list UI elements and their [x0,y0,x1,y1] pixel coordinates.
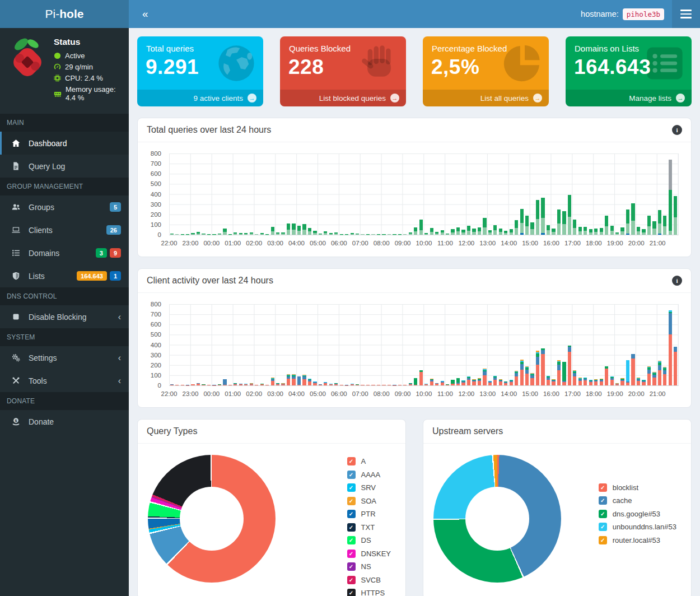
sidebar-item-lists[interactable]: Lists164.6431 [0,264,129,287]
bar-slot [244,304,249,385]
bar-slot [461,153,466,235]
bar-slot [169,153,174,235]
legend-checkbox[interactable]: ✓ [599,536,607,544]
stat-card-footer-link[interactable]: List blocked queries→ [280,90,406,106]
legend-checkbox[interactable]: ✓ [347,536,356,544]
info-icon[interactable]: i [672,276,682,286]
legend-item[interactable]: ✓blocklist [599,481,676,494]
bar-slot [652,304,657,385]
bar-slot [631,304,636,385]
bar-slot [328,153,333,235]
legend-item[interactable]: ✓TXT [347,521,391,534]
bar-slot [434,304,439,385]
sidebar-item-label: Dashboard [29,139,67,148]
legend-label: TXT [361,523,375,532]
bar-slot [503,304,508,385]
legend-checkbox[interactable]: ✓ [599,496,607,505]
bar-slot [540,153,545,235]
stat-card-footer-link[interactable]: 9 active clients→ [137,90,263,106]
legend-item[interactable]: ✓dns.google#53 [599,507,676,520]
legend-item[interactable]: ✓SVCB [347,574,391,587]
hamburger-menu-icon[interactable] [672,0,700,28]
bar-slot [344,304,349,385]
sidebar-item-dashboard[interactable]: Dashboard [0,132,129,155]
bar-slot [641,153,646,235]
legend-item[interactable]: ✓A [347,455,391,468]
bar-slot [365,153,370,235]
bar-slot [450,153,455,235]
legend-item[interactable]: ✓PTR [347,507,391,521]
raspberry-logo [7,36,48,105]
legend-item[interactable]: ✓DS [347,534,391,547]
bar-slot [286,304,291,385]
bar-slot [524,153,529,235]
badge: 5 [110,202,121,212]
arrow-circle-right-icon: → [248,94,256,103]
bar-slot [397,153,402,235]
sidebar-section-header: MAIN [0,114,129,132]
sidebar-item-query-log[interactable]: Query Log [0,155,129,178]
legend-checkbox[interactable]: ✓ [347,550,356,558]
sidebar-item-groups[interactable]: Groups5 [0,195,129,218]
legend-checkbox[interactable]: ✓ [347,523,356,532]
bar-slot [180,304,185,385]
legend-item[interactable]: ✓AAAA [347,468,391,482]
sidebar-item-tools[interactable]: Tools‹ [0,369,129,392]
legend-checkbox[interactable]: ✓ [347,510,356,518]
sidebar-item-domains[interactable]: Domains39 [0,241,129,264]
y-axis-tick: 800 [151,150,161,157]
legend-item[interactable]: ✓HTTPS [347,586,391,596]
top-navbar: Pi-hole « hostname: pihole3b [0,0,700,28]
bar-slot [302,304,307,385]
sidebar-item-disable-blocking[interactable]: Disable Blocking‹ [0,305,129,328]
bar-slot [477,304,482,385]
legend-checkbox[interactable]: ✓ [599,483,607,492]
legend-item[interactable]: ✓SRV [347,481,391,495]
legend-checkbox[interactable]: ✓ [347,471,356,479]
bar-slot [604,304,609,385]
legend-label: DS [361,536,371,544]
sidebar-item-donate[interactable]: $Donate [0,410,129,433]
legend-label: unbounddns.lan#53 [613,523,676,531]
pihole-logo[interactable]: Pi-hole [0,0,129,28]
legend-checkbox[interactable]: ✓ [347,562,356,571]
status-title: Status [54,37,123,47]
legend-checkbox[interactable]: ✓ [347,497,356,505]
info-icon[interactable]: i [672,125,682,135]
legend-item[interactable]: ✓router.local#53 [599,533,676,547]
legend-checkbox[interactable]: ✓ [599,523,607,531]
bar-slot [445,153,450,235]
legend-checkbox[interactable]: ✓ [599,510,607,518]
legend-label: AAAA [361,471,381,479]
x-axis-tick: 08:00 [374,240,390,246]
sidebar-item-clients[interactable]: Clients26 [0,218,129,241]
bar-slot [185,304,190,385]
bar-slot [567,153,572,235]
legend-checkbox[interactable]: ✓ [347,457,356,465]
sidebar-item-settings[interactable]: Settings‹ [0,346,129,369]
bar-slot [620,153,625,235]
x-axis-tick: 02:00 [246,240,262,246]
upstream-servers-legend: ✓blocklist✓cache✓dns.google#53✓unbounddn… [599,481,676,547]
legend-checkbox[interactable]: ✓ [347,576,356,584]
legend-checkbox[interactable]: ✓ [347,589,356,596]
bar-slot [270,304,275,385]
bar-slot [323,304,328,385]
stat-card-footer-link[interactable]: List all queries→ [423,90,549,106]
bar-slot [530,153,535,235]
bar-slot [307,153,312,235]
bar-slot [673,304,678,385]
legend-checkbox[interactable]: ✓ [347,483,356,492]
legend-item[interactable]: ✓SOA [347,495,391,508]
bar-slot [455,153,460,235]
bar-slot [180,153,185,235]
bar-slot [201,153,206,235]
legend-item[interactable]: ✓DNSKEY [347,547,391,561]
bar-slot [599,304,604,385]
legend-item[interactable]: ✓unbounddns.lan#53 [599,520,676,534]
legend-item[interactable]: ✓NS [347,560,391,574]
legend-item[interactable]: ✓cache [599,494,676,507]
badge: 1 [110,271,121,281]
sidebar-collapse-icon[interactable]: « [129,8,158,20]
stat-card-footer-link[interactable]: Manage lists→ [566,90,692,106]
